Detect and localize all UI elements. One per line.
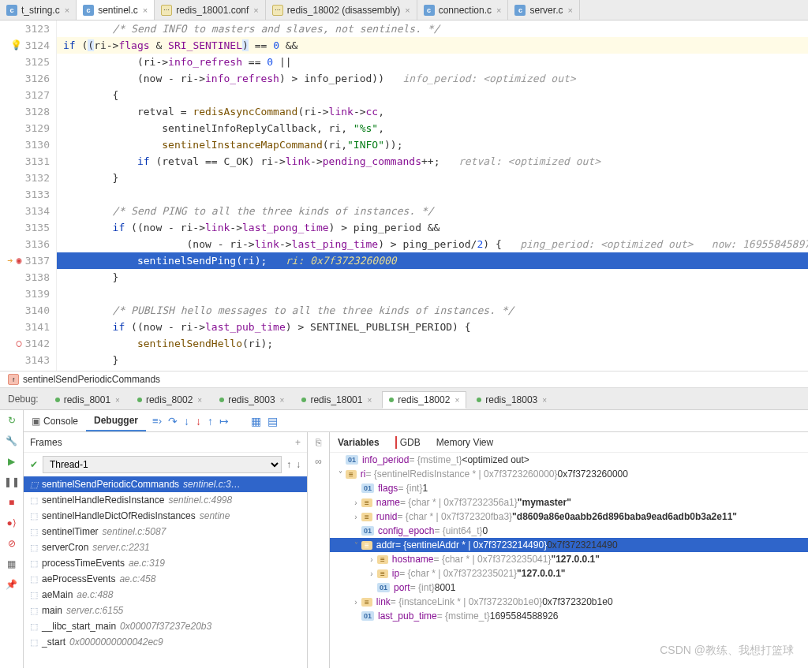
variable-row[interactable]: 01port = {int} 8001	[330, 581, 808, 595]
close-icon[interactable]: ×	[143, 6, 148, 15]
frame-row[interactable]: ⬚main server.c:6155	[24, 603, 307, 618]
tab-console[interactable]: ▣Console	[24, 410, 86, 431]
expand-icon[interactable]: ›	[350, 598, 361, 607]
run-config-tab[interactable]: redis_18002×	[382, 391, 466, 409]
run-config-tab[interactable]: redis_8003×	[212, 391, 291, 409]
file-tab-strip: ct_string.c×csentinel.c×⋯redis_18001.con…	[0, 0, 808, 21]
variable-row[interactable]: ˅≡addr = {sentinelAddr * | 0x7f372321449…	[330, 538, 808, 552]
breadcrumb-function: sentinelSendPeriodicCommands	[23, 374, 160, 385]
show-exec-point-icon[interactable]: ≡›	[152, 415, 162, 427]
close-icon[interactable]: ×	[542, 396, 547, 405]
close-icon[interactable]: ×	[567, 6, 572, 15]
next-frame-icon[interactable]: ↓	[296, 459, 301, 470]
force-step-into-icon[interactable]: ↓	[196, 415, 201, 427]
variable-row[interactable]: ›≡name = {char * | 0x7f37232356a1} "myma…	[330, 495, 808, 510]
step-out-icon[interactable]: ↑	[208, 415, 213, 427]
layout-icon[interactable]: ▦	[5, 557, 19, 571]
expand-icon[interactable]: ›	[366, 555, 377, 564]
frame-row[interactable]: ⬚sentinelSendPeriodicCommands sentinel.c…	[24, 476, 307, 492]
pin-icon[interactable]: 📌	[5, 577, 19, 592]
variable-row[interactable]: ›≡link = {instanceLink * | 0x7f372320b1e…	[330, 595, 808, 609]
rerun-icon[interactable]: ↻	[5, 413, 19, 427]
step-into-icon[interactable]: ↓	[184, 415, 189, 427]
frame-row[interactable]: ⬚__libc_start_main 0x00007f37237e20b3	[24, 618, 307, 634]
variable-row[interactable]: ›≡runid = {char * | 0x7f372320fba3} "d86…	[330, 510, 808, 524]
close-icon[interactable]: ×	[367, 396, 372, 405]
stop-icon[interactable]: ■	[5, 495, 19, 510]
close-icon[interactable]: ×	[253, 6, 258, 15]
variable-row[interactable]: 01last_pub_time = {mstime_t} 16955845889…	[330, 609, 808, 623]
frame-row[interactable]: ⬚_start 0x0000000000042ec9	[24, 634, 307, 650]
settings-icon[interactable]: 🔧	[5, 434, 19, 448]
mute-breakpoints-icon[interactable]: ⊘	[5, 536, 19, 551]
pause-icon[interactable]: ❚❚	[5, 475, 19, 489]
close-icon[interactable]: ×	[280, 396, 285, 405]
prev-frame-icon[interactable]: ↑	[286, 459, 291, 470]
variable-row[interactable]: ˅≡ri = {sentinelRedisInstance * | 0x7f37…	[330, 467, 808, 481]
tab-variables[interactable]: Variables	[330, 437, 387, 448]
run-config-tab[interactable]: redis_18003×	[469, 391, 554, 409]
breadcrumb: f sentinelSendPeriodicCommands	[0, 371, 808, 388]
expand-icon[interactable]: ›	[350, 498, 361, 507]
expand-icon[interactable]: ˅	[335, 470, 346, 479]
variable-row[interactable]: 01info_period = {mstime_t} <optimized ou…	[330, 453, 808, 467]
variable-row[interactable]: ›≡hostname = {char * | 0x7f3723235041} "…	[330, 552, 808, 566]
vars-toolbar: ⎘ ∞	[308, 432, 330, 668]
type-badge-icon: 01	[361, 611, 374, 621]
run-to-cursor-icon[interactable]: ↦	[219, 415, 229, 427]
file-tab[interactable]: cconnection.c×	[417, 0, 509, 20]
variable-row[interactable]: ›≡ip = {char * | 0x7f3723235021} "127.0.…	[330, 566, 808, 581]
evaluate-icon[interactable]: ▦	[251, 415, 261, 427]
close-icon[interactable]: ×	[115, 396, 120, 405]
frame-row[interactable]: ⬚processTimeEvents ae.c:319	[24, 555, 307, 571]
breakpoint-disabled-icon[interactable]: ○	[16, 335, 21, 352]
stack-frame-icon: ⬚	[30, 511, 38, 521]
view-breakpoints-icon[interactable]: ●⟩	[5, 516, 19, 530]
variable-row[interactable]: 01flags = {int} 1	[330, 481, 808, 495]
close-icon[interactable]: ×	[454, 396, 459, 405]
variable-row[interactable]: 01config_epoch = {uint64_t} 0	[330, 524, 808, 538]
run-status-icon	[55, 398, 60, 402]
frame-row[interactable]: ⬚sentinelTimer sentinel.c:5087	[24, 524, 307, 539]
type-badge-icon: ≡	[377, 569, 388, 578]
breakpoint-icon[interactable]: ◉	[16, 252, 21, 269]
step-over-icon[interactable]: ↷	[168, 415, 178, 427]
run-status-icon	[219, 398, 224, 402]
copy-icon[interactable]: ⎘	[316, 437, 321, 448]
expand-icon[interactable]: ›	[350, 513, 361, 521]
frame-row[interactable]: ⬚aeProcessEvents ae.c:458	[24, 571, 307, 587]
file-tab[interactable]: ct_string.c×	[0, 0, 77, 20]
link-icon[interactable]: ∞	[315, 456, 322, 467]
more-icon[interactable]: ▤	[267, 415, 278, 427]
c-file-icon: c	[6, 5, 17, 16]
hint-icon[interactable]: 💡	[10, 37, 22, 54]
frame-row[interactable]: ⬚aeMain ae.c:488	[24, 587, 307, 603]
close-icon[interactable]: ×	[197, 396, 202, 405]
tab-debugger[interactable]: Debugger	[86, 410, 146, 431]
run-config-tab[interactable]: redis_18001×	[294, 391, 379, 409]
expand-icon[interactable]: ›	[366, 569, 377, 578]
expand-icon[interactable]: ˅	[350, 541, 361, 550]
plus-icon[interactable]: +	[295, 437, 301, 448]
conf-file-icon: ⋯	[272, 5, 283, 16]
close-icon[interactable]: ×	[496, 6, 501, 15]
resume-icon[interactable]: ▶	[5, 454, 19, 469]
thread-select[interactable]: Thread-1	[43, 456, 282, 473]
file-tab[interactable]: cserver.c×	[508, 0, 579, 20]
frame-row[interactable]: ⬚serverCron server.c:2231	[24, 539, 307, 555]
close-icon[interactable]: ×	[65, 6, 69, 15]
c-file-icon: c	[514, 5, 526, 16]
file-tab[interactable]: csentinel.c×	[77, 0, 155, 20]
run-config-tab[interactable]: redis_8002×	[130, 391, 209, 409]
file-tab[interactable]: ⋯redis_18002 (disassembly)×	[266, 0, 417, 20]
run-status-icon	[301, 398, 306, 402]
tab-gdb[interactable]: GDB	[387, 437, 428, 448]
tab-memory-view[interactable]: Memory View	[428, 437, 501, 448]
close-icon[interactable]: ×	[405, 6, 410, 15]
run-config-tab[interactable]: redis_8001×	[48, 391, 127, 409]
file-tab[interactable]: ⋯redis_18001.conf×	[155, 0, 266, 20]
code-area[interactable]: /* Send INFO to masters and slaves, not …	[57, 21, 808, 371]
frame-row[interactable]: ⬚sentinelHandleRedisInstance sentinel.c:…	[24, 492, 307, 508]
type-badge-icon: ≡	[361, 513, 372, 521]
frame-row[interactable]: ⬚sentinelHandleDictOfRedisInstances sent…	[24, 508, 307, 524]
